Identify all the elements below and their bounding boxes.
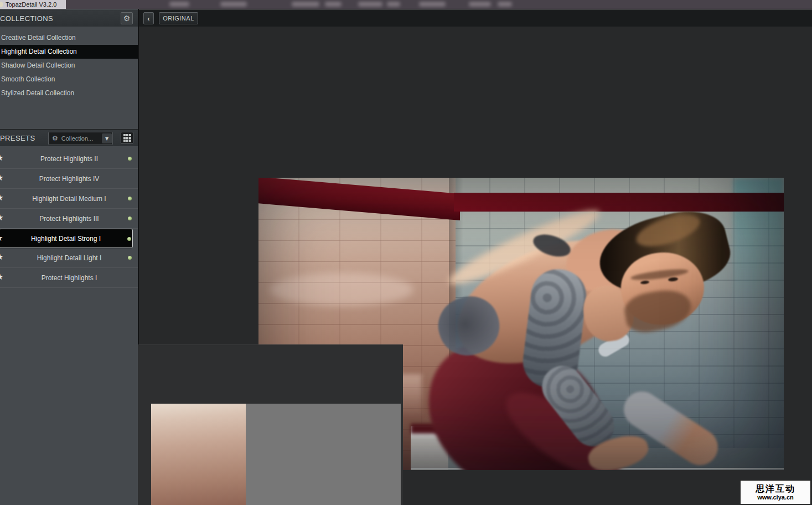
applied-indicator-dot [128, 197, 132, 200]
gear-icon: ⚙ [52, 135, 58, 142]
preset-item[interactable]: ★Highlight Detail Medium I [0, 189, 138, 209]
watermark: 思洋互动 www.ciya.cn [740, 480, 811, 504]
redacted-menu-item[interactable] [292, 2, 319, 7]
watermark-text: 思洋互动 [756, 484, 795, 494]
collections-settings-button[interactable]: ⚙ [121, 12, 133, 24]
collections-title: COLLECTIONS [0, 14, 53, 23]
preset-item[interactable]: ★Protect Highlights IV [0, 169, 138, 189]
applied-indicator-dot [128, 256, 132, 260]
redacted-menu-item[interactable] [419, 2, 446, 7]
collection-item[interactable]: Stylized Detail Collection [0, 86, 138, 100]
window-titlebar: TopazDetail V3.2.0 [0, 0, 812, 9]
star-icon[interactable]: ★ [0, 273, 3, 281]
original-view-button[interactable]: ORIGINAL [159, 12, 198, 24]
original-thumbnail-photo [151, 404, 401, 505]
watermark-url: www.ciya.cn [757, 494, 794, 501]
preset-label: Protect Highlights I [42, 274, 97, 282]
presets-title: PRESETS [0, 134, 35, 142]
redacted-menu-item[interactable] [220, 2, 247, 7]
star-icon[interactable]: ★ [0, 174, 3, 182]
preview-thumbnail-scaler [151, 404, 401, 505]
redacted-menu-item[interactable] [469, 2, 491, 7]
sidebar: COLLECTIONS ⚙ Creative Detail Collection… [0, 9, 138, 505]
preset-item[interactable]: ★Protect Highlights I [0, 268, 138, 288]
collections-list: Creative Detail CollectionHighlight Deta… [0, 27, 138, 133]
star-icon[interactable]: ★ [0, 253, 3, 261]
back-icon: ‹ [147, 14, 149, 23]
preset-filter-value: Collection... [61, 135, 102, 142]
app-icon [0, 2, 3, 7]
preset-label: Protect Highlights III [39, 215, 99, 223]
preview-panel [138, 344, 403, 505]
presets-header: PRESETS ⚙ Collection... ▼ [0, 129, 138, 146]
collection-item[interactable]: Creative Detail Collection [0, 31, 138, 45]
preview-thumbnail [151, 404, 401, 505]
preset-item[interactable]: ★Protect Highlights II [0, 149, 138, 169]
back-button[interactable]: ‹ [143, 12, 154, 24]
applied-indicator-dot [127, 237, 131, 241]
star-icon[interactable]: ★ [0, 154, 3, 162]
applied-indicator-dot [128, 157, 132, 161]
redacted-menu-item[interactable] [325, 2, 342, 7]
menubar [0, 0, 812, 9]
preset-item[interactable]: ★Highlight Detail Strong I [0, 229, 133, 248]
gear-icon: ⚙ [123, 14, 131, 22]
redacted-menu-item[interactable] [387, 2, 400, 7]
preset-label: Highlight Detail Light I [37, 254, 102, 262]
viewer-toolbar: ‹ ORIGINAL [139, 9, 812, 27]
preset-label: Protect Highlights IV [39, 175, 100, 183]
redacted-menu-item[interactable] [498, 2, 512, 7]
preset-label: Highlight Detail Strong I [31, 235, 101, 243]
star-icon[interactable]: ★ [0, 194, 3, 202]
preset-filter-dropdown[interactable]: ⚙ Collection... ▼ [48, 132, 113, 145]
grid-icon [123, 134, 131, 142]
preset-label: Protect Highlights II [40, 155, 98, 163]
window-title: TopazDetail V3.2.0 [6, 1, 56, 8]
collection-item[interactable]: Shadow Detail Collection [0, 59, 138, 73]
collection-item[interactable]: Highlight Detail Collection [0, 45, 138, 59]
preset-label: Highlight Detail Medium I [32, 195, 106, 203]
preset-item[interactable]: ★Highlight Detail Light I [0, 248, 138, 268]
presets-list: ★Protect Highlights II★Protect Highlight… [0, 146, 138, 288]
collection-item[interactable]: Smooth Collection [0, 73, 138, 86]
collections-header: COLLECTIONS ⚙ [0, 10, 138, 27]
redacted-menu-item[interactable] [169, 2, 189, 7]
applied-indicator-dot [128, 217, 132, 220]
star-icon[interactable]: ★ [0, 234, 3, 243]
app-title-chip: TopazDetail V3.2.0 [0, 0, 66, 9]
redacted-menu-item[interactable] [358, 2, 382, 7]
preset-grid-view-button[interactable] [121, 132, 133, 144]
star-icon[interactable]: ★ [0, 214, 3, 222]
chevron-down-icon: ▼ [102, 133, 112, 143]
preset-item[interactable]: ★Protect Highlights III [0, 209, 138, 229]
